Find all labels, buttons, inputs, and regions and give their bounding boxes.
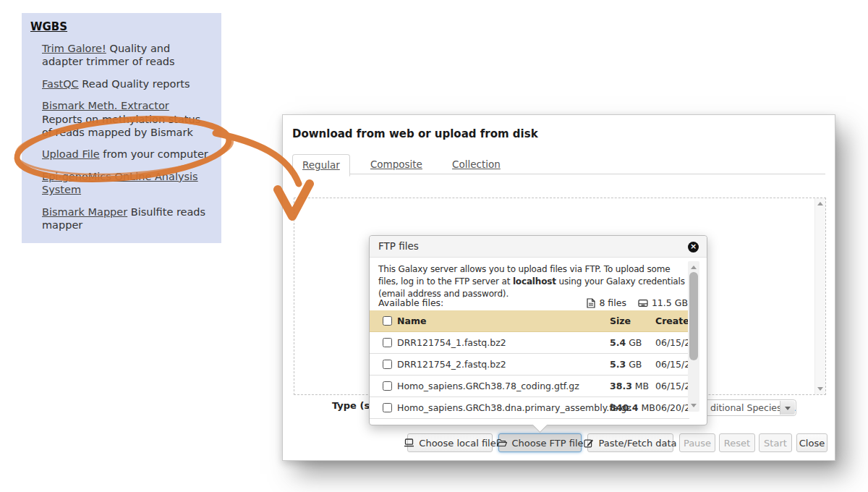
pencil-square-icon [584,438,594,448]
chevron-down-icon[interactable] [780,401,795,415]
tool-link-bismark-mapper[interactable]: Bismark Mapper [42,206,127,218]
popover-scrollbar[interactable] [688,261,699,412]
file-size: 5.3 GB [610,359,642,370]
header-size[interactable]: Size [610,315,631,326]
reset-button[interactable]: Reset [719,433,755,452]
hard-drive-icon [638,299,648,308]
total-size: 11.5 GB [652,297,688,308]
start-button[interactable]: Start [759,433,792,452]
laptop-icon [404,438,414,447]
file-name: Homo_sapiens.GRCh38.dna.primary_assembly… [397,402,631,413]
tool-desc: Reports on methylation status of reads m… [42,114,200,138]
row-checkbox[interactable] [383,381,392,391]
tool-link-upload-file[interactable]: Upload File [42,148,100,160]
header-created[interactable]: Created [655,315,689,326]
file-name: DRR121754_2.fastq.bz2 [397,359,506,370]
choose-local-file-button[interactable]: Choose local file [407,433,493,452]
file-size: 5.4 GB [610,337,642,348]
select-all-checkbox[interactable] [383,316,392,326]
file-size: 38.3 MB [610,381,649,391]
tool-desc: from your computer [100,148,208,160]
tool-list: Trim Galore! Quality and adapter trimmer… [30,42,213,232]
tool-desc: Read Quality reports [79,78,190,90]
tab-collection[interactable]: Collection [443,154,510,175]
dialog-title: Download from web or upload from disk [292,127,538,140]
scroll-down-icon[interactable] [817,387,823,391]
file-name: DRR121754_1.fastq.bz2 [397,337,506,348]
scroll-up-icon[interactable] [691,266,697,269]
paste-fetch-data-button[interactable]: Paste/Fetch data [587,433,673,452]
tool-item-epi-genomics: Epi-genoMics OnLine Analysis System [42,170,213,197]
tool-link-epi-genomics[interactable]: Epi-genoMics OnLine Analysis System [42,171,198,195]
tool-item-fastqc: FastQC Read Quality reports [42,77,213,90]
table-row[interactable]: Homo_sapiens.GRCh38.dna.primary_assembly… [370,397,689,419]
tool-item-bismark-mapper: Bismark Mapper Bisulfite reads mapper [42,205,213,232]
table-header-row: Name Size Created [370,310,689,332]
row-checkbox[interactable] [383,403,392,412]
folder-open-icon [496,438,507,447]
ftp-files-table: Name Size Created DRR121754_1.fastq.bz2 … [370,310,689,419]
upload-tabs: Regular Composite Collection [292,153,825,174]
ftp-files-popover: FTP files × This Galaxy server allows yo… [369,235,707,425]
header-name[interactable]: Name [397,315,426,326]
tab-composite[interactable]: Composite [361,154,432,175]
table-row[interactable]: DRR121754_1.fastq.bz2 5.4 GB 06/15/20 [370,332,689,354]
choose-ftp-file-button[interactable]: Choose FTP file [498,433,582,452]
table-row[interactable]: Homo_sapiens.GRCh38.78_coding.gtf.gz 38.… [370,376,689,397]
row-checkbox[interactable] [383,360,392,369]
tool-item-bismark-meth-extractor: Bismark Meth. Extractor Reports on methy… [42,99,213,139]
row-checkbox[interactable] [383,338,392,347]
tool-item-upload-file: Upload File from your computer [42,148,213,161]
popover-title: FTP files [370,236,707,258]
scroll-up-icon[interactable] [817,202,823,205]
file-created: 06/15/20 [655,359,689,370]
file-created: 06/15/20 [655,337,689,348]
tool-panel: WGBS Trim Galore! Quality and adapter tr… [22,13,221,243]
tool-link-bismark-meth-extractor[interactable]: Bismark Meth. Extractor [42,100,169,111]
file-count: 8 files [599,297,626,308]
tool-item-trim-galore: Trim Galore! Quality and adapter trimmer… [42,42,213,69]
close-button[interactable]: Close [796,433,827,452]
ftp-description: This Galaxy server allows you to upload … [378,263,689,300]
scroll-down-icon[interactable] [691,404,697,407]
dropzone-scrollbar[interactable] [814,198,825,394]
table-row[interactable]: DRR121754_2.fastq.bz2 5.3 GB 06/15/20 [370,354,689,376]
file-size: 840.4 MB [610,402,655,413]
pause-button[interactable]: Pause [679,433,715,452]
tool-link-trim-galore[interactable]: Trim Galore! [42,43,106,54]
file-icon [587,298,595,308]
tab-regular[interactable]: Regular [292,154,350,177]
circle-x-icon[interactable]: × [688,242,699,253]
available-files-label: Available files: [378,297,443,308]
file-created: 06/20/20 [655,402,689,413]
tool-section-heading[interactable]: WGBS [30,20,213,33]
tool-link-fastqc[interactable]: FastQC [42,78,79,90]
available-files-row: Available files: 8 files 11.5 GB [378,297,688,308]
file-name: Homo_sapiens.GRCh38.78_coding.gtf.gz [397,381,579,391]
file-created: 06/15/20 [655,381,689,391]
scrollbar-thumb[interactable] [689,272,698,360]
